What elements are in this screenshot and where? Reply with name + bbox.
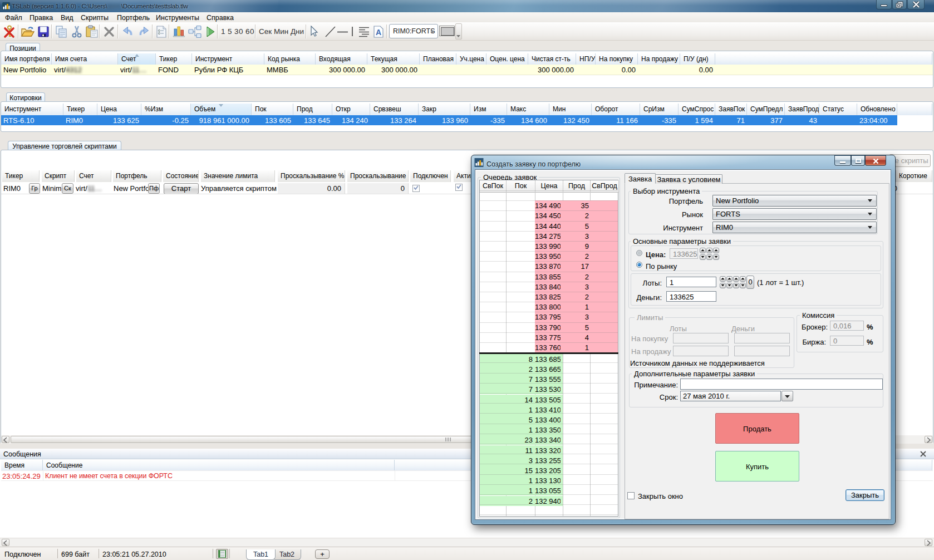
- svg-text:A: A: [376, 28, 381, 37]
